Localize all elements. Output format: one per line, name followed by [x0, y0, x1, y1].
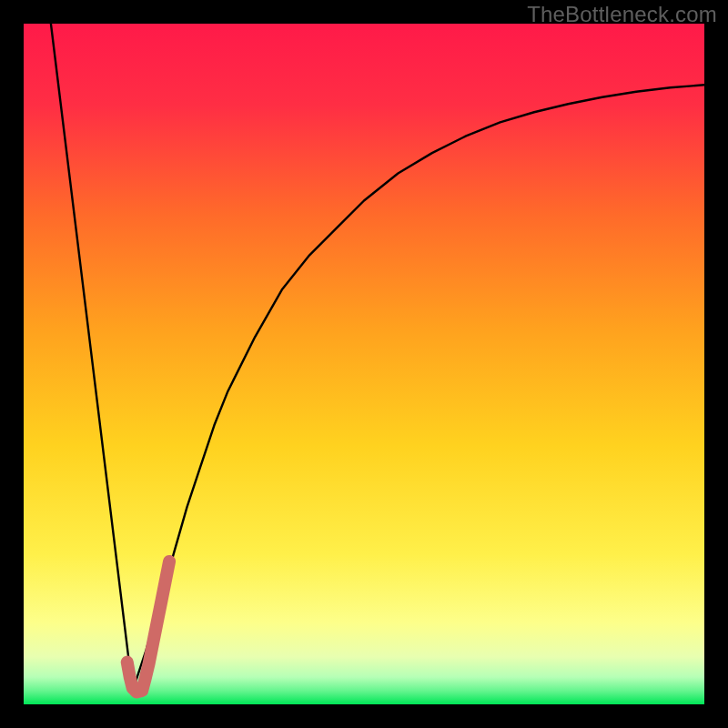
series-right-branch	[133, 85, 704, 691]
chart-frame: TheBottleneck.com	[0, 0, 728, 728]
highlight-j-marker	[127, 561, 169, 693]
series-left-branch	[51, 24, 133, 691]
plot-area	[24, 24, 704, 704]
chart-curves	[24, 24, 704, 704]
